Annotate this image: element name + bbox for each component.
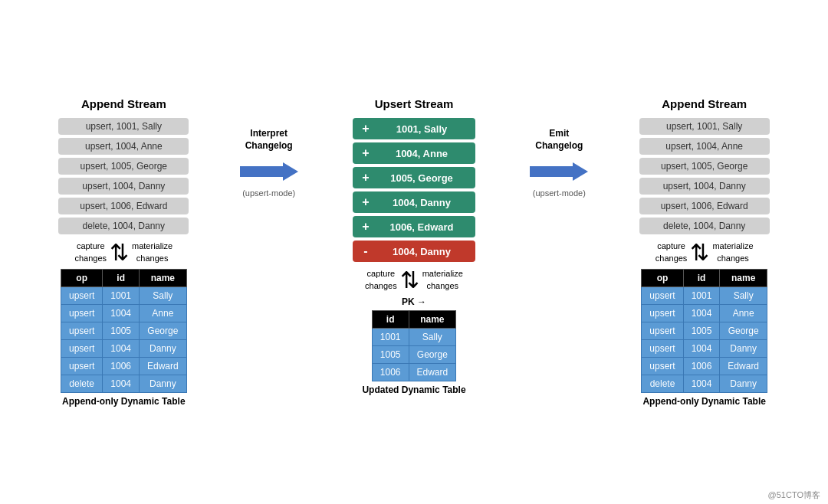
table-row: upsert 1006 Edward: [61, 357, 186, 375]
plus-sign: +: [360, 220, 371, 234]
record-text: 1004, Danny: [376, 197, 468, 208]
table-cell: upsert: [61, 304, 102, 322]
table-cell: 1004: [683, 304, 720, 322]
right-table: op id name upsert 1001 Sally upsert: [641, 269, 767, 393]
list-item: upsert, 1005, George: [58, 158, 189, 175]
table-cell: George: [720, 322, 767, 339]
table-cell: 1001: [103, 286, 140, 304]
table-cell: 1004: [103, 304, 140, 322]
left-table-label: Append-only Dynamic Table: [62, 396, 185, 407]
interpret-sub: (upsert-mode): [242, 188, 295, 198]
record-text: 1006, Edward: [376, 221, 468, 233]
list-item: delete, 1004, Danny: [58, 218, 189, 234]
list-item: + 1006, Edward: [353, 216, 475, 237]
left-stream-records: upsert, 1001, Sally upsert, 1004, Anne u…: [58, 118, 189, 234]
record-text: 1001, Sally: [376, 123, 468, 135]
table-row: delete 1004 Danny: [61, 375, 186, 392]
table-header: id: [683, 269, 720, 286]
plus-sign: +: [360, 146, 371, 160]
emit-sub: (upsert-mode): [533, 188, 586, 198]
list-item: upsert, 1005, George: [639, 158, 770, 175]
plus-sign: +: [360, 195, 371, 209]
bi-arrow-icon: ⇅: [400, 269, 419, 292]
table-cell: delete: [61, 375, 102, 392]
materialize-label: materializechanges: [422, 268, 463, 292]
list-item: - 1004, Danny: [353, 241, 475, 262]
table-cell: Danny: [720, 375, 767, 392]
table-cell: Sally: [409, 328, 456, 345]
pk-row: PK →: [402, 296, 426, 307]
list-item: upsert, 1001, Sally: [58, 118, 189, 135]
capture-label: capturechanges: [656, 241, 688, 264]
minus-sign: -: [360, 244, 371, 258]
table-cell: Anne: [140, 304, 187, 322]
table-cell: upsert: [642, 339, 683, 357]
table-row: upsert 1001 Sally: [642, 286, 767, 304]
table-row: upsert 1004 Anne: [642, 304, 767, 322]
list-item: upsert, 1006, Edward: [58, 198, 189, 214]
right-stream-records: upsert, 1001, Sally upsert, 1004, Anne u…: [639, 118, 770, 234]
svg-marker-1: [573, 162, 588, 181]
left-title: Append Stream: [81, 97, 166, 110]
table-cell: 1005: [683, 322, 720, 339]
list-item: upsert, 1006, Edward: [639, 198, 770, 214]
middle-section: Upsert Stream + 1001, Sally + 1004, Anne…: [306, 97, 523, 395]
interpret-arrow-section: InterpretChangelog (upsert-mode): [232, 97, 306, 198]
middle-table: id name 1001 Sally 1005 George: [372, 310, 456, 381]
list-item: upsert, 1004, Anne: [639, 138, 770, 155]
table-cell: Sally: [720, 286, 767, 304]
list-item: upsert, 1001, Sally: [639, 118, 770, 135]
record-text: 1004, Anne: [376, 148, 468, 159]
plus-sign: +: [360, 122, 371, 136]
right-title: Append Stream: [662, 97, 747, 110]
table-cell: 1004: [103, 375, 140, 392]
middle-title: Upsert Stream: [375, 97, 454, 110]
table-cell: 1006: [683, 357, 720, 375]
right-table-label: Append-only Dynamic Table: [642, 396, 765, 407]
table-row: upsert 1005 George: [61, 322, 186, 339]
table-cell: upsert: [61, 322, 102, 339]
left-bi-arrows: capturechanges ⇅ materializechanges: [74, 241, 172, 264]
table-row: 1001 Sally: [372, 328, 455, 345]
table-cell: 1001: [372, 328, 409, 345]
middle-table-section: PK → id name 1001 Sally: [306, 296, 523, 395]
table-cell: 1004: [683, 339, 720, 357]
table-cell: George: [140, 322, 187, 339]
table-header: op: [61, 269, 102, 286]
table-cell: 1001: [683, 286, 720, 304]
right-table-section: op id name upsert 1001 Sally upsert: [596, 269, 813, 407]
table-cell: 1004: [103, 339, 140, 357]
record-text: 1004, Danny: [376, 246, 468, 257]
table-cell: upsert: [642, 322, 683, 339]
right-arrow-icon-2: [528, 158, 590, 185]
table-header: name: [140, 269, 187, 286]
table-cell: upsert: [642, 286, 683, 304]
right-bi-arrows: capturechanges ⇅ materializechanges: [656, 241, 754, 264]
table-cell: Anne: [720, 304, 767, 322]
table-cell: upsert: [642, 304, 683, 322]
table-cell: upsert: [642, 357, 683, 375]
capture-label: capturechanges: [74, 241, 107, 264]
table-row: upsert 1004 Danny: [61, 339, 186, 357]
interpret-label: InterpretChangelog: [245, 128, 293, 152]
table-cell: George: [409, 345, 456, 363]
table-row: upsert 1006 Edward: [642, 357, 767, 375]
emit-arrow-section: EmitChangelog (upsert-mode): [522, 97, 596, 198]
bi-arrow-icon: ⇅: [690, 241, 709, 264]
list-item: delete, 1004, Danny: [639, 218, 770, 234]
left-section: Append Stream upsert, 1001, Sally upsert…: [15, 97, 232, 407]
plus-sign: +: [360, 171, 371, 185]
table-cell: upsert: [61, 286, 102, 304]
table-row: upsert 1004 Danny: [642, 339, 767, 357]
table-cell: Danny: [140, 339, 187, 357]
middle-table-label: Updated Dynamic Table: [362, 385, 465, 395]
list-item: upsert, 1004, Danny: [639, 178, 770, 195]
table-header: id: [103, 269, 140, 286]
pk-label: PK →: [402, 296, 426, 307]
table-header: name: [720, 269, 767, 286]
list-item: upsert, 1004, Danny: [58, 178, 189, 195]
emit-label: EmitChangelog: [535, 128, 583, 152]
table-row: 1005 George: [372, 345, 455, 363]
bi-arrow-icon: ⇅: [110, 241, 129, 264]
table-cell: upsert: [61, 357, 102, 375]
